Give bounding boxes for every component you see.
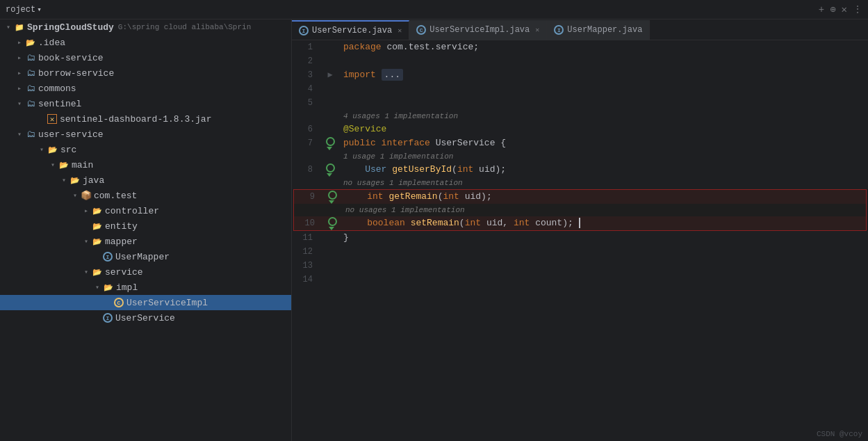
userserviceimpl-class-icon: C <box>114 298 124 307</box>
gutter-9[interactable] <box>322 190 343 204</box>
tree-item-user-service[interactable]: 🗂 user-service <box>0 127 291 142</box>
tree-item-entity[interactable]: 📂 entity <box>0 218 291 234</box>
tree-item-commons[interactable]: 🗂 commons <box>0 81 291 96</box>
gutter-8[interactable] <box>320 163 341 177</box>
sentinel-label: sentinel <box>38 99 81 109</box>
gutter-3: ▶ <box>320 68 341 82</box>
line-num-5: 5 <box>292 96 320 110</box>
commons-label: commons <box>38 83 76 94</box>
usage-text-7: 1 usage 1 implementation <box>343 152 453 161</box>
code-line-2: 2 <box>292 54 868 68</box>
gutter-7[interactable] <box>320 136 341 150</box>
gutter-5 <box>320 96 341 110</box>
tab-userserviceimpl-close[interactable]: ✕ <box>535 26 539 34</box>
tree-item-controller[interactable]: 📂 controller <box>0 203 291 218</box>
java-label: java <box>83 175 104 186</box>
arrow-impl <box>92 282 103 293</box>
user-service-module-icon: 🗂 <box>25 129 36 140</box>
root-path: G:\spring cloud alibaba\Sprin <box>118 23 251 31</box>
arrow-main <box>47 159 58 170</box>
root-label: SpringCloudStudy <box>27 22 114 33</box>
tab-userservice-icon: I <box>299 26 309 35</box>
project-label[interactable]: roject <box>6 5 35 15</box>
arrow-empty <box>36 113 47 125</box>
book-label: book-service <box>38 53 104 63</box>
code-line-14: 14 <box>292 273 868 287</box>
usage-text-9: no usages 1 implementation <box>345 206 465 214</box>
gutter-impl-9 <box>328 191 337 204</box>
usage-hint-9: no usages 1 implementation <box>294 204 866 216</box>
more-icon[interactable]: ⋮ <box>853 3 862 15</box>
gutter-impl-7 <box>326 137 335 150</box>
arrow-root <box>3 22 14 33</box>
book-module-icon: 🗂 <box>25 52 36 63</box>
tab-userservice[interactable]: I UserService.java ✕ <box>292 20 409 40</box>
gutter-arrow-9 <box>329 200 334 204</box>
tree-item-book-service[interactable]: 🗂 book-service <box>0 50 291 65</box>
arrow-userservice-empty <box>92 312 103 323</box>
tree-item-root[interactable]: 📁 SpringCloudStudy G:\spring cloud aliba… <box>0 19 291 35</box>
main-container: 📁 SpringCloudStudy G:\spring cloud aliba… <box>0 19 868 441</box>
tree-item-sentinel[interactable]: 🗂 sentinel <box>0 96 291 111</box>
arrow-controller <box>81 205 92 216</box>
tree-item-usermapper[interactable]: I UserMapper <box>0 249 291 264</box>
gutter-arrow-7 <box>327 147 332 150</box>
package-icon: 📦 <box>81 190 92 201</box>
tree-item-main[interactable]: 📂 main <box>0 157 291 173</box>
tab-userserviceimpl[interactable]: C UserServiceImpl.java ✕ <box>409 20 547 40</box>
borrow-label: borrow-service <box>38 68 114 79</box>
src-folder-icon: 📂 <box>47 144 58 155</box>
add-icon[interactable]: ⊕ <box>830 3 835 15</box>
new-icon[interactable]: + <box>819 4 824 15</box>
gutter-10[interactable] <box>322 216 343 230</box>
gutter-circle-7 <box>326 137 335 146</box>
gutter-2 <box>320 54 341 68</box>
highlighted-block: 9 int getRemain(int uid); no usages 1 im… <box>293 189 867 231</box>
tree-item-com-test[interactable]: 📦 com.test <box>0 188 291 203</box>
userserviceimpl-label: UserServiceImpl <box>126 298 208 308</box>
tree-item-sentinel-dashboard[interactable]: ✕ sentinel-dashboard-1.8.3.jar <box>0 111 291 127</box>
tree-item-service[interactable]: 📂 service <box>0 264 291 280</box>
usermapper-label: UserMapper <box>115 252 170 262</box>
src-label: src <box>60 145 76 155</box>
tree-item-idea[interactable]: 📂 .idea <box>0 35 291 50</box>
sidebar: 📁 SpringCloudStudy G:\spring cloud aliba… <box>0 19 292 441</box>
arrow-mapper <box>81 236 92 247</box>
tree-item-impl[interactable]: 📂 impl <box>0 280 291 295</box>
line-num-9: 9 <box>294 190 322 204</box>
gutter-arrow-10 <box>329 227 334 230</box>
import-collapse-icon[interactable]: ▶ <box>327 68 332 82</box>
code-line-6: 6 @Service <box>292 122 868 136</box>
controller-folder-icon: 📂 <box>92 205 103 216</box>
project-chevron[interactable]: ▾ <box>37 5 42 14</box>
tree-item-borrow-service[interactable]: 🗂 borrow-service <box>0 65 291 81</box>
tree-item-userserviceimpl[interactable]: C UserServiceImpl <box>0 295 291 310</box>
line-num-1: 1 <box>292 40 320 54</box>
tree-item-src[interactable]: 📂 src <box>0 142 291 157</box>
line-num-14: 14 <box>292 273 320 287</box>
code-editor[interactable]: 1 package com.test.service; 2 3 ▶ import… <box>292 40 868 441</box>
arrow-borrow <box>14 67 25 79</box>
gutter-circle-9 <box>328 191 337 200</box>
tab-bar: I UserService.java ✕ C UserServiceImpl.j… <box>292 19 868 40</box>
line-content-3: import ... <box>341 68 868 82</box>
close-icon[interactable]: ✕ <box>842 3 847 15</box>
tab-userservice-close[interactable]: ✕ <box>398 26 402 35</box>
tree-item-mapper[interactable]: 📂 mapper <box>0 234 291 249</box>
line-content-7: public interface UserService { <box>341 136 868 150</box>
line-num-3: 3 <box>292 68 320 82</box>
com-test-label: com.test <box>94 191 137 201</box>
tree-item-userservice[interactable]: I UserService <box>0 310 291 326</box>
line-num-2: 2 <box>292 54 320 68</box>
tab-userserviceimpl-icon: C <box>416 25 426 35</box>
line-content-9: int getRemain(int uid); <box>343 190 866 204</box>
line-num-11: 11 <box>292 231 320 245</box>
line-content-12 <box>341 245 868 259</box>
tab-usermapper[interactable]: I UserMapper.java <box>547 20 650 40</box>
tab-userserviceimpl-label: UserServiceImpl.java <box>429 25 530 35</box>
tree-item-java[interactable]: 📂 java <box>0 173 291 188</box>
tab-usermapper-icon: I <box>554 25 564 35</box>
line-num-13: 13 <box>292 259 320 273</box>
gutter-13 <box>320 259 341 273</box>
sentinel-dashboard-label: sentinel-dashboard-1.8.3.jar <box>60 114 211 125</box>
